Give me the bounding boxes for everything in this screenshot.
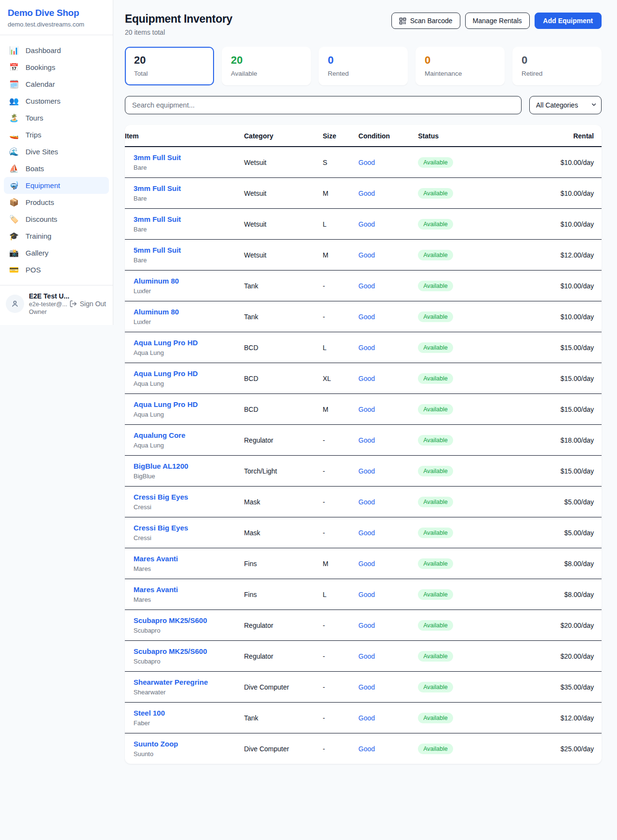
table-row[interactable]: Aluminum 80 Luxfer Tank - Good Available… [125, 301, 602, 332]
table-row[interactable]: 5mm Full Suit Bare Wetsuit M Good Availa… [125, 240, 602, 271]
column-header[interactable]: Category [244, 125, 322, 147]
sidebar-item-training[interactable]: 🎓 Training [4, 228, 109, 244]
table-row[interactable]: Mares Avanti Mares Fins M Good Available… [125, 548, 602, 579]
condition-link[interactable]: Good [359, 220, 375, 228]
sidebar-item-gallery[interactable]: 📸 Gallery [4, 244, 109, 261]
sidebar-item-discounts[interactable]: 🏷️ Discounts [4, 211, 109, 228]
table-row[interactable]: Aqua Lung Pro HD Aqua Lung BCD XL Good A… [125, 363, 602, 394]
stat-card-retired[interactable]: 0 Retired [512, 47, 602, 85]
table-row[interactable]: Aluminum 80 Luxfer Tank - Good Available… [125, 271, 602, 301]
scan-barcode-button[interactable]: Scan Barcode [391, 13, 460, 29]
nav-icon: 📸 [9, 249, 19, 257]
condition-link[interactable]: Good [359, 745, 375, 753]
condition-link[interactable]: Good [359, 251, 375, 259]
condition-link[interactable]: Good [359, 683, 375, 691]
sidebar-item-customers[interactable]: 👥 Customers [4, 93, 109, 109]
condition-link[interactable]: Good [359, 313, 375, 321]
table-row[interactable]: Aqualung Core Aqua Lung Regulator - Good… [125, 425, 602, 456]
sidebar-item-pos[interactable]: 💳 POS [4, 261, 109, 278]
condition-link[interactable]: Good [359, 344, 375, 352]
condition-link[interactable]: Good [359, 591, 375, 598]
item-link[interactable]: 3mm Full Suit [134, 184, 244, 192]
sidebar-item-dive-sites[interactable]: 🌊 Dive Sites [4, 143, 109, 160]
item-link[interactable]: Scubapro MK25/S600 [134, 616, 244, 624]
sidebar-item-tours[interactable]: 🏝️ Tours [4, 109, 109, 126]
column-header[interactable]: Size [322, 125, 358, 147]
sidebar-item-boats[interactable]: ⛵ Boats [4, 160, 109, 177]
table-row[interactable]: 3mm Full Suit Bare Wetsuit M Good Availa… [125, 178, 602, 209]
item-link[interactable]: Suunto Zoop [134, 740, 244, 748]
column-header[interactable]: Status [418, 125, 509, 147]
condition-link[interactable]: Good [359, 622, 375, 629]
sidebar-item-trips[interactable]: 🚤 Trips [4, 126, 109, 143]
category-select[interactable]: All Categories [529, 96, 602, 114]
item-category: Mask [244, 517, 322, 548]
item-link[interactable]: 3mm Full Suit [134, 153, 244, 162]
table-row[interactable]: Cressi Big Eyes Cressi Mask - Good Avail… [125, 517, 602, 548]
condition-link[interactable]: Good [359, 529, 375, 537]
column-header[interactable]: Item [125, 125, 244, 147]
sidebar-item-calendar[interactable]: 🗓️ Calendar [4, 76, 109, 93]
user-email: e2e-tester@... [29, 301, 65, 308]
item-link[interactable]: Aqua Lung Pro HD [134, 339, 244, 347]
item-link[interactable]: Mares Avanti [134, 555, 244, 563]
sidebar-item-bookings[interactable]: 📅 Bookings [4, 59, 109, 76]
condition-link[interactable]: Good [359, 282, 375, 290]
table-row[interactable]: 3mm Full Suit Bare Wetsuit L Good Availa… [125, 209, 602, 240]
item-link[interactable]: BigBlue AL1200 [134, 462, 244, 470]
table-row[interactable]: Steel 100 Faber Tank - Good Available $1… [125, 703, 602, 733]
sidebar-item-dashboard[interactable]: 📊 Dashboard [4, 42, 109, 59]
sidebar-item-products[interactable]: 📦 Products [4, 194, 109, 211]
item-size: - [322, 733, 358, 764]
item-link[interactable]: Aqua Lung Pro HD [134, 369, 244, 378]
condition-link[interactable]: Good [359, 159, 375, 166]
item-link[interactable]: Mares Avanti [134, 585, 244, 594]
search-input[interactable] [125, 96, 522, 114]
condition-link[interactable]: Good [359, 436, 375, 444]
table-row[interactable]: Cressi Big Eyes Cressi Mask - Good Avail… [125, 487, 602, 517]
condition-link[interactable]: Good [359, 375, 375, 382]
add-equipment-button[interactable]: Add Equipment [535, 13, 602, 29]
column-header[interactable]: Condition [359, 125, 418, 147]
item-link[interactable]: Shearwater Peregrine [134, 678, 244, 686]
stat-card-maintenance[interactable]: 0 Maintenance [416, 47, 505, 85]
condition-link[interactable]: Good [359, 467, 375, 475]
table-row[interactable]: Aqua Lung Pro HD Aqua Lung BCD M Good Av… [125, 394, 602, 425]
table-row[interactable]: Scubapro MK25/S600 Scubapro Regulator - … [125, 610, 602, 641]
item-link[interactable]: Aqua Lung Pro HD [134, 400, 244, 408]
item-link[interactable]: Steel 100 [134, 709, 244, 717]
item-link[interactable]: 3mm Full Suit [134, 215, 244, 223]
condition-link[interactable]: Good [359, 714, 375, 722]
stat-label: Retired [522, 70, 592, 77]
table-row[interactable]: Shearwater Peregrine Shearwater Dive Com… [125, 672, 602, 703]
table-row[interactable]: Scubapro MK25/S600 Scubapro Regulator - … [125, 641, 602, 672]
table-row[interactable]: Mares Avanti Mares Fins L Good Available… [125, 579, 602, 610]
status-cell: Available [418, 209, 509, 240]
condition-link[interactable]: Good [359, 190, 375, 197]
stat-card-available[interactable]: 20 Available [222, 47, 311, 85]
table-row[interactable]: Suunto Zoop Suunto Dive Computer - Good … [125, 733, 602, 764]
item-rental: $20.00/day [509, 610, 602, 641]
item-link[interactable]: Aluminum 80 [134, 277, 244, 285]
table-row[interactable]: Aqua Lung Pro HD Aqua Lung BCD L Good Av… [125, 332, 602, 363]
column-header[interactable]: Rental [509, 125, 602, 147]
item-link[interactable]: Cressi Big Eyes [134, 493, 244, 501]
condition-link[interactable]: Good [359, 652, 375, 660]
item-link[interactable]: Scubapro MK25/S600 [134, 647, 244, 655]
table-row[interactable]: BigBlue AL1200 BigBlue Torch/Light - Goo… [125, 456, 602, 487]
condition-link[interactable]: Good [359, 498, 375, 506]
item-link[interactable]: Aqualung Core [134, 431, 244, 439]
sidebar-item-equipment[interactable]: 🤿 Equipment [4, 177, 109, 194]
item-link[interactable]: Aluminum 80 [134, 308, 244, 316]
condition-link[interactable]: Good [359, 560, 375, 568]
stat-card-total[interactable]: 20 Total [125, 47, 214, 85]
item-cell: Suunto Zoop Suunto [125, 733, 244, 764]
table-row[interactable]: 3mm Full Suit Bare Wetsuit S Good Availa… [125, 147, 602, 178]
stat-card-rented[interactable]: 0 Rented [319, 47, 408, 85]
sign-out-button[interactable]: Sign Out [69, 300, 107, 308]
item-link[interactable]: 5mm Full Suit [134, 246, 244, 254]
manage-rentals-button[interactable]: Manage Rentals [465, 13, 530, 29]
brand-title[interactable]: Demo Dive Shop [8, 8, 105, 18]
condition-link[interactable]: Good [359, 406, 375, 413]
item-link[interactable]: Cressi Big Eyes [134, 524, 244, 532]
